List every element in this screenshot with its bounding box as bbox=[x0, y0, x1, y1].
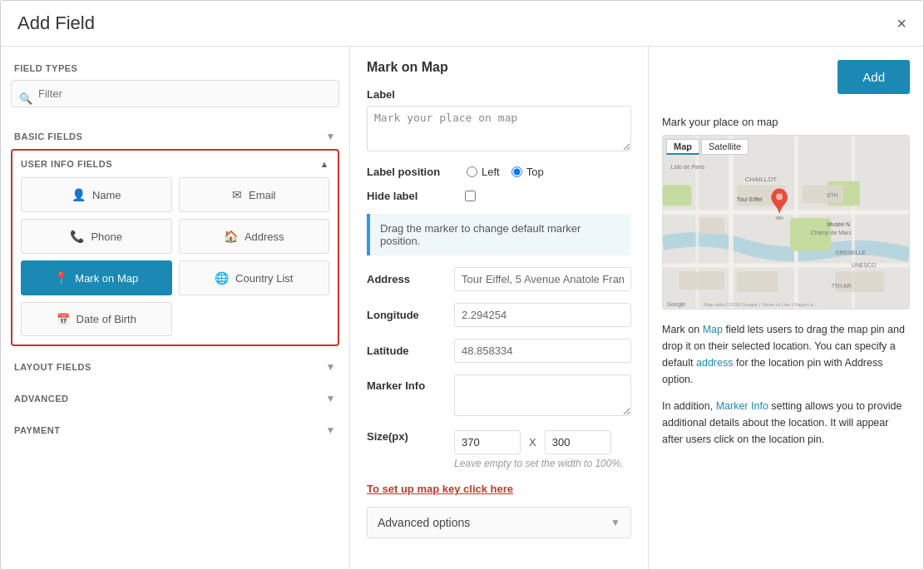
payment-arrow: ▼ bbox=[326, 424, 336, 436]
basic-fields-header[interactable]: BASIC FIELDS ▼ bbox=[11, 124, 339, 149]
add-button[interactable]: Add bbox=[838, 60, 910, 94]
field-btn-address[interactable]: 🏠 Address bbox=[179, 219, 330, 254]
user-info-box: USER INFO FIELDS ▲ 👤 Name ✉ Email 📞 Phon… bbox=[11, 149, 339, 346]
advanced-header[interactable]: ADVANCED ▼ bbox=[11, 386, 339, 411]
description-1: Mark on Map field lets users to drag the… bbox=[662, 321, 910, 388]
name-label: Name bbox=[92, 189, 121, 201]
longitude-label: Longitude bbox=[367, 309, 446, 321]
marker-info-row: Marker Info bbox=[367, 374, 631, 419]
svg-text:7TH AR: 7TH AR bbox=[831, 283, 851, 289]
radio-top[interactable]: Top bbox=[511, 166, 544, 178]
field-btn-email[interactable]: ✉ Email bbox=[179, 177, 330, 212]
map-svg: CHAILLOT 8TH Champ de Mars Tour Eiffel 7… bbox=[663, 136, 909, 309]
right-panel: Add Mark your place on map Map Satellite bbox=[649, 47, 923, 569]
field-types-header: FIELD TYPES bbox=[11, 57, 339, 80]
modal-container: Add Field × FIELD TYPES 🔍 BASIC FIELDS ▼… bbox=[0, 0, 924, 570]
field-btn-mark-on-map[interactable]: 📍 Mark on Map bbox=[21, 260, 172, 295]
filter-wrap: 🔍 bbox=[11, 80, 339, 116]
email-label: Email bbox=[249, 189, 276, 201]
svg-text:Lido de Paris: Lido de Paris bbox=[671, 164, 705, 170]
radio-left-input[interactable] bbox=[467, 166, 477, 177]
address-label: Address bbox=[367, 273, 446, 285]
hide-label-label: Hide label bbox=[367, 190, 458, 202]
svg-point-26 bbox=[776, 193, 783, 200]
longitude-row: Longitude bbox=[367, 303, 631, 327]
latitude-label: Latitude bbox=[367, 344, 446, 357]
left-panel: FIELD TYPES 🔍 BASIC FIELDS ▼ USER INFO F… bbox=[1, 47, 350, 569]
layout-fields-header[interactable]: LAYOUT FIELDS ▼ bbox=[11, 354, 339, 379]
user-info-label: USER INFO FIELDS bbox=[21, 159, 112, 169]
field-btn-country-list[interactable]: 🌐 Country List bbox=[179, 260, 330, 295]
svg-text:Champ de Mars: Champ de Mars bbox=[811, 230, 852, 236]
mark-on-map-label: Mark on Map bbox=[75, 272, 138, 285]
email-icon: ✉ bbox=[232, 188, 242, 201]
advanced-options-label: Advanced options bbox=[378, 516, 470, 529]
svg-rect-11 bbox=[699, 218, 724, 235]
label-position-row: Label position Left Top bbox=[367, 166, 631, 178]
mark-on-map-icon: 📍 bbox=[54, 271, 68, 285]
field-btn-date-of-birth[interactable]: 📅 Date of Birth bbox=[21, 302, 172, 336]
modal-body: FIELD TYPES 🔍 BASIC FIELDS ▼ USER INFO F… bbox=[1, 47, 923, 569]
size-row: Size(px) X Leave empty to set the width … bbox=[367, 430, 631, 479]
svg-text:CHAILLOT: CHAILLOT bbox=[745, 176, 778, 183]
size-x: X bbox=[529, 436, 536, 449]
basic-fields-label: BASIC FIELDS bbox=[14, 131, 82, 141]
radio-top-input[interactable] bbox=[511, 166, 522, 177]
name-icon: 👤 bbox=[72, 188, 86, 201]
size-hint: Leave empty to set the width to 100%. bbox=[454, 458, 631, 469]
map-tab-map[interactable]: Map bbox=[666, 139, 699, 155]
radio-top-text: Top bbox=[526, 166, 544, 178]
radio-left[interactable]: Left bbox=[467, 166, 500, 178]
svg-text:UNESCO: UNESCO bbox=[852, 262, 877, 268]
marker-info-input[interactable] bbox=[454, 374, 631, 416]
svg-text:Map data ©2018 Google | Terms : Map data ©2018 Google | Terms of Use | R… bbox=[704, 302, 818, 307]
date-of-birth-label: Date of Birth bbox=[77, 313, 136, 325]
payment-section: PAYMENT ▼ bbox=[11, 418, 339, 443]
address-icon: 🏠 bbox=[224, 230, 238, 243]
filter-input[interactable] bbox=[11, 80, 339, 107]
svg-rect-8 bbox=[663, 186, 692, 206]
country-list-icon: 🌐 bbox=[215, 271, 229, 285]
longitude-input[interactable] bbox=[454, 303, 631, 327]
phone-label: Phone bbox=[91, 230, 122, 243]
phone-icon: 📞 bbox=[70, 230, 84, 243]
svg-rect-14 bbox=[835, 271, 884, 292]
svg-rect-15 bbox=[679, 271, 724, 290]
size-width-input[interactable] bbox=[454, 430, 521, 454]
radio-group-position: Left Top bbox=[467, 166, 544, 178]
layout-fields-arrow: ▼ bbox=[326, 361, 336, 373]
payment-header[interactable]: PAYMENT ▼ bbox=[11, 418, 339, 443]
field-types-label: FIELD TYPES bbox=[14, 63, 77, 73]
panel-title: Mark on Map bbox=[367, 60, 631, 75]
advanced-section: ADVANCED ▼ bbox=[11, 386, 339, 411]
latitude-row: Latitude bbox=[367, 339, 631, 363]
svg-text:8TH: 8TH bbox=[827, 192, 838, 198]
basic-fields-arrow: ▼ bbox=[326, 131, 336, 142]
field-btn-name[interactable]: 👤 Name bbox=[21, 177, 172, 212]
svg-text:Google: Google bbox=[667, 301, 685, 308]
field-btn-phone[interactable]: 📞 Phone bbox=[21, 219, 172, 254]
label-row: Label Mark your place on map bbox=[367, 88, 631, 154]
size-height-input[interactable] bbox=[545, 430, 611, 454]
middle-panel: Mark on Map Label Mark your place on map… bbox=[350, 47, 649, 569]
advanced-options-dropdown[interactable]: Advanced options ▼ bbox=[367, 507, 631, 538]
map-tabs: Map Satellite bbox=[666, 139, 749, 155]
hide-label-row: Hide label bbox=[367, 190, 631, 202]
search-icon: 🔍 bbox=[19, 92, 32, 104]
latitude-input[interactable] bbox=[454, 339, 631, 363]
label-input[interactable]: Mark your place on map bbox=[367, 106, 631, 151]
layout-section: LAYOUT FIELDS ▼ bbox=[11, 354, 339, 379]
map-key-link[interactable]: To set up map key click here bbox=[367, 483, 631, 495]
svg-rect-3 bbox=[729, 136, 734, 308]
radio-left-text: Left bbox=[482, 166, 500, 178]
label-position-label: Label position bbox=[367, 166, 458, 178]
description-2: In addition, Marker Info setting allows … bbox=[662, 398, 910, 448]
hide-label-checkbox[interactable] bbox=[465, 191, 476, 201]
address-input[interactable] bbox=[454, 267, 631, 291]
svg-point-25 bbox=[775, 216, 783, 220]
address-label: Address bbox=[245, 230, 284, 243]
modal-close-button[interactable]: × bbox=[897, 15, 907, 32]
map-tab-satellite[interactable]: Satellite bbox=[701, 139, 749, 155]
drag-note: Drag the marker to change default marker… bbox=[367, 214, 631, 255]
preview-title: Mark your place on map bbox=[662, 107, 910, 128]
